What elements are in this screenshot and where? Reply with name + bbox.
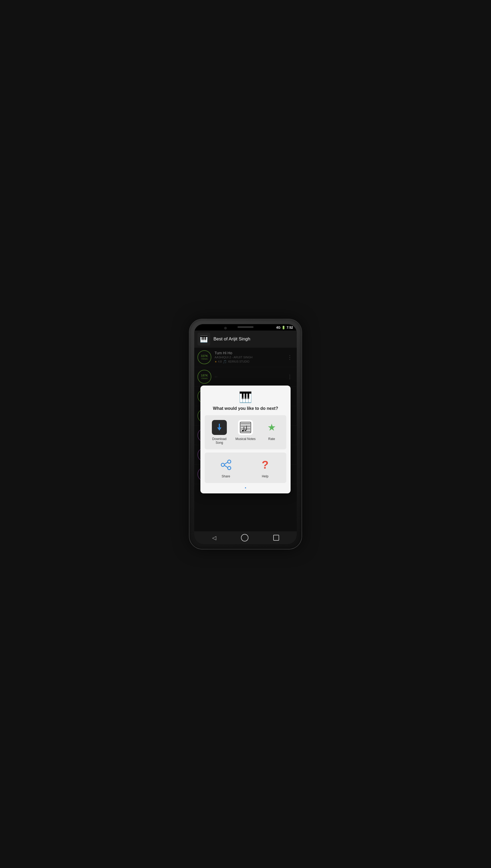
phone-screen: 4G 🔋 7:52 🎹 Best of Arijit Singh 337K Vi…	[194, 324, 297, 544]
svg-line-19	[224, 462, 228, 464]
svg-point-17	[221, 463, 224, 467]
help-label: Help	[262, 474, 268, 478]
dialog-options-top: Download Song	[205, 415, 286, 449]
phone-camera	[224, 327, 227, 330]
svg-rect-1	[219, 424, 220, 428]
svg-rect-3	[239, 421, 252, 434]
svg-point-10	[242, 430, 243, 431]
dialog-logo: 🎹	[205, 391, 286, 403]
dialog-question: What would you like to do next?	[205, 406, 286, 411]
app-header: 🎹 Best of Arijit Singh	[194, 331, 297, 347]
back-button[interactable]: ◁	[212, 534, 216, 541]
phone-device: 4G 🔋 7:52 🎹 Best of Arijit Singh 337K Vi…	[190, 319, 301, 549]
pager-dot: ●	[205, 486, 286, 489]
musical-notes-option[interactable]: Musical Notes	[233, 418, 258, 447]
svg-point-13	[245, 429, 246, 431]
share-option[interactable]: Share	[207, 455, 244, 480]
svg-rect-12	[243, 426, 246, 427]
svg-rect-14	[246, 426, 247, 430]
help-icon: ?	[258, 457, 272, 472]
app-title: Best of Arijit Singh	[213, 336, 250, 342]
download-song-label: Download Song	[208, 437, 230, 445]
svg-rect-4	[241, 423, 250, 424]
action-dialog: 🎹 What would you like to do next?	[200, 386, 291, 494]
notes-icon	[238, 420, 253, 435]
musical-notes-label: Musical Notes	[235, 437, 255, 441]
rate-icon: ★	[264, 420, 279, 435]
svg-rect-5	[241, 425, 250, 425]
phone-speaker	[237, 326, 254, 328]
battery-icon: 🔋	[282, 326, 286, 330]
time-display: 7:52	[287, 326, 293, 330]
rate-label: Rate	[268, 437, 275, 441]
app-logo: 🎹	[198, 333, 210, 345]
svg-rect-7	[241, 428, 250, 428]
home-button[interactable]	[241, 534, 249, 541]
download-icon	[212, 420, 227, 435]
song-list: 337K Views Tum Hi Ho AASHIQUI 2 - ARIJIT…	[194, 347, 297, 531]
share-label: Share	[222, 474, 230, 478]
svg-rect-11	[243, 426, 244, 431]
svg-point-16	[228, 460, 231, 463]
help-option[interactable]: ? Help	[247, 455, 284, 480]
signal-icon: 4G	[276, 326, 281, 330]
svg-line-20	[224, 465, 228, 468]
nav-bar: ◁	[194, 531, 297, 544]
dialog-options-bottom: Share ? Help	[205, 453, 286, 483]
share-icon	[219, 457, 233, 472]
svg-rect-9	[241, 431, 250, 432]
recents-button[interactable]	[273, 535, 279, 541]
status-right: 4G 🔋 7:52	[276, 326, 293, 330]
dialog-overlay: 🎹 What would you like to do next?	[194, 347, 297, 531]
svg-point-18	[228, 467, 231, 470]
download-song-option[interactable]: Download Song	[207, 418, 231, 447]
rate-option[interactable]: ★ Rate	[260, 418, 284, 447]
